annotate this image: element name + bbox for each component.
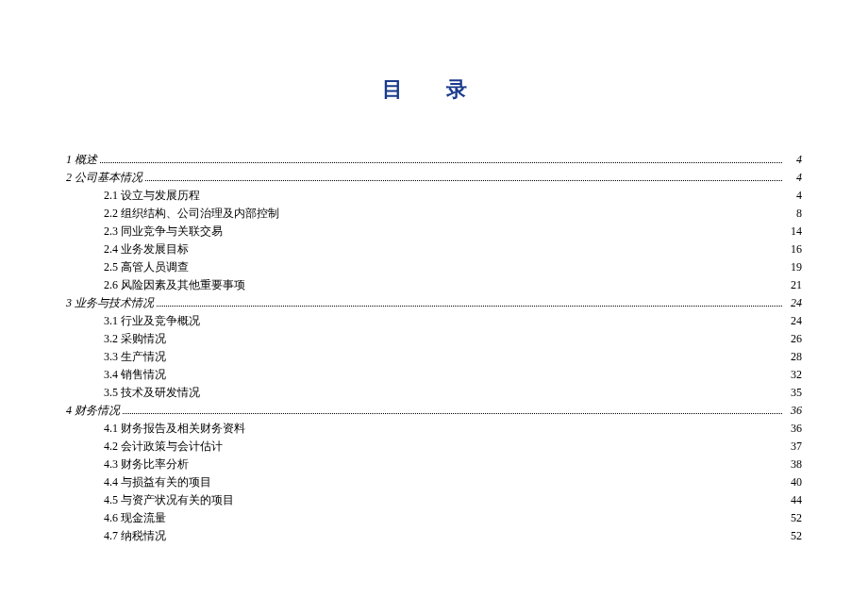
toc-entry: 4.1 财务报告及相关财务资料36 bbox=[66, 420, 802, 437]
toc-entry-label: 3.2 采购情况 bbox=[66, 330, 166, 347]
toc-entry-label: 4.1 财务报告及相关财务资料 bbox=[66, 420, 245, 437]
toc-entry-page: 24 bbox=[785, 312, 802, 329]
toc-entry: 2 公司基本情况4 bbox=[66, 169, 802, 186]
toc-entry-page: 4 bbox=[785, 169, 802, 186]
toc-dots-leader bbox=[123, 413, 782, 414]
toc-entry-page: 4 bbox=[785, 151, 802, 168]
toc-entry-label: 3 业务与技术情况 bbox=[66, 294, 154, 311]
toc-entry-page: 35 bbox=[785, 384, 802, 401]
toc-entry-page: 36 bbox=[785, 402, 802, 419]
toc-entry: 3 业务与技术情况24 bbox=[66, 294, 802, 311]
toc-entry-page: 32 bbox=[785, 366, 802, 383]
toc-entry: 2.6 风险因素及其他重要事项21 bbox=[66, 276, 802, 293]
toc-dots-leader bbox=[100, 162, 782, 163]
toc-entry-label: 3.4 销售情况 bbox=[66, 366, 166, 383]
toc-entry-page: 52 bbox=[785, 509, 802, 526]
toc-entry: 2.1 设立与发展历程4 bbox=[66, 187, 802, 204]
toc-entry-page: 52 bbox=[785, 527, 802, 544]
toc-entry-page: 19 bbox=[785, 258, 802, 275]
toc-entry: 4.7 纳税情况52 bbox=[66, 527, 802, 544]
toc-entry: 3.2 采购情况26 bbox=[66, 330, 802, 347]
toc-entry: 4.6 现金流量52 bbox=[66, 509, 802, 526]
toc-entry-page: 28 bbox=[785, 348, 802, 365]
toc-dots-leader bbox=[157, 306, 782, 307]
toc-entry-page: 14 bbox=[785, 223, 802, 240]
toc-entry-page: 8 bbox=[785, 205, 802, 222]
toc-entry: 2.2 组织结构、公司治理及内部控制8 bbox=[66, 205, 802, 222]
toc-entry: 3.3 生产情况28 bbox=[66, 348, 802, 365]
toc-entry-page: 36 bbox=[785, 420, 802, 437]
toc-entry-label: 4.5 与资产状况有关的项目 bbox=[66, 491, 234, 508]
toc-entry: 4.4 与损益有关的项目40 bbox=[66, 473, 802, 490]
toc-entry-page: 38 bbox=[785, 456, 802, 473]
toc-entry-label: 3.3 生产情况 bbox=[66, 348, 166, 365]
toc-entry-label: 2.5 高管人员调查 bbox=[66, 258, 189, 275]
toc-dots-leader bbox=[145, 180, 782, 181]
toc-entry: 2.5 高管人员调查19 bbox=[66, 258, 802, 275]
toc-entry: 4.3 财务比率分析38 bbox=[66, 456, 802, 473]
toc-entry-label: 3.5 技术及研发情况 bbox=[66, 384, 200, 401]
toc-entry: 4.2 会计政策与会计估计37 bbox=[66, 438, 802, 455]
toc-entry-label: 4.4 与损益有关的项目 bbox=[66, 473, 211, 490]
toc-entry-page: 4 bbox=[785, 187, 802, 204]
toc-entry-page: 24 bbox=[785, 294, 802, 311]
toc-entry-page: 26 bbox=[785, 330, 802, 347]
toc-entry-label: 4.3 财务比率分析 bbox=[66, 456, 189, 473]
toc-entry-label: 2.1 设立与发展历程 bbox=[66, 187, 200, 204]
toc-entry: 3.5 技术及研发情况35 bbox=[66, 384, 802, 401]
toc-entry-label: 2 公司基本情况 bbox=[66, 169, 142, 186]
toc-entry: 3.4 销售情况32 bbox=[66, 366, 802, 383]
toc-entry: 4 财务情况36 bbox=[66, 402, 802, 419]
toc-entry-page: 40 bbox=[785, 473, 802, 490]
toc-entry: 1 概述4 bbox=[66, 151, 802, 168]
toc-entry-label: 2.3 同业竞争与关联交易 bbox=[66, 223, 223, 240]
toc-entry-page: 16 bbox=[785, 241, 802, 257]
toc-entry-label: 4 财务情况 bbox=[66, 402, 120, 419]
toc-entry-label: 4.7 纳税情况 bbox=[66, 527, 166, 544]
toc-entry-page: 21 bbox=[785, 276, 802, 293]
toc-entry-label: 1 概述 bbox=[66, 151, 97, 168]
toc-entry-page: 37 bbox=[785, 438, 802, 455]
toc-title: 目 录 bbox=[66, 75, 802, 104]
toc-entry-label: 3.1 行业及竞争概况 bbox=[66, 312, 200, 329]
toc-entry-label: 2.6 风险因素及其他重要事项 bbox=[66, 276, 245, 293]
toc-entry-page: 44 bbox=[785, 491, 802, 508]
toc-entry: 2.3 同业竞争与关联交易14 bbox=[66, 223, 802, 240]
table-of-contents: 1 概述42 公司基本情况42.1 设立与发展历程42.2 组织结构、公司治理及… bbox=[66, 151, 802, 544]
toc-entry-label: 4.6 现金流量 bbox=[66, 509, 166, 526]
toc-entry: 4.5 与资产状况有关的项目44 bbox=[66, 491, 802, 508]
toc-entry-label: 2.2 组织结构、公司治理及内部控制 bbox=[66, 205, 279, 222]
toc-entry-label: 2.4 业务发展目标 bbox=[66, 241, 189, 257]
toc-entry: 3.1 行业及竞争概况24 bbox=[66, 312, 802, 329]
toc-entry-label: 4.2 会计政策与会计估计 bbox=[66, 438, 223, 455]
toc-entry: 2.4 业务发展目标16 bbox=[66, 241, 802, 257]
